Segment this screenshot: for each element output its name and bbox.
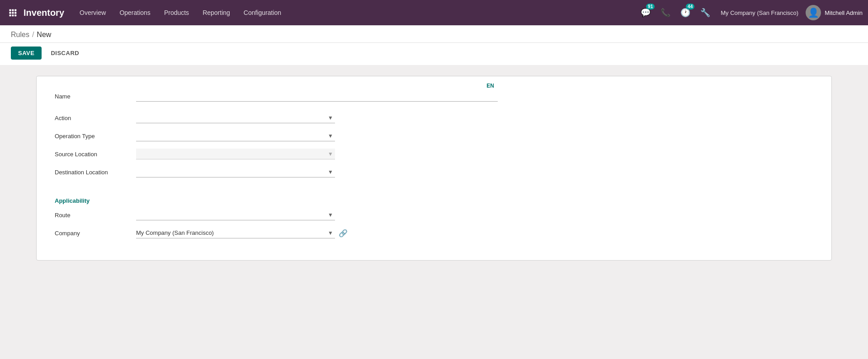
name-label: Name	[55, 93, 136, 100]
source-location-row: Source Location ▼	[55, 149, 813, 159]
navbar: Inventory Overview Operations Products R…	[0, 0, 868, 25]
route-row: Route ▼	[55, 210, 813, 220]
svg-rect-6	[9, 14, 11, 16]
activity-button[interactable]: 🕐 44	[677, 5, 693, 21]
action-row: Action ▼	[55, 112, 813, 123]
destination-location-row: Destination Location ▼	[55, 167, 813, 177]
name-row: Name EN	[55, 91, 813, 102]
applicability-section-header: Applicability	[55, 197, 813, 204]
operation-type-row: Operation Type ▼	[55, 131, 813, 141]
brand-name[interactable]: Inventory	[24, 8, 64, 18]
source-location-label: Source Location	[55, 151, 136, 158]
svg-rect-3	[9, 12, 11, 14]
user-menu[interactable]: 👤 Mitchell Admin	[806, 5, 863, 20]
avatar: 👤	[806, 5, 821, 20]
main-content: Name EN Action ▼ Operation Type	[0, 65, 868, 271]
username: Mitchell Admin	[825, 9, 863, 16]
destination-location-label: Destination Location	[55, 169, 136, 176]
svg-rect-8	[14, 14, 16, 16]
company-field-wrap: My Company (San Francisco) ▼ 🔗	[136, 228, 348, 238]
breadcrumb-area: Rules / New	[0, 25, 868, 43]
nav-reporting[interactable]: Reporting	[196, 5, 236, 20]
svg-rect-7	[12, 14, 14, 16]
save-button[interactable]: SAVE	[11, 47, 42, 60]
operation-type-select[interactable]	[136, 131, 335, 141]
navbar-menu: Overview Operations Products Reporting C…	[73, 5, 636, 20]
action-select-wrap: ▼	[136, 112, 335, 123]
breadcrumb-separator: /	[32, 31, 34, 39]
route-select-wrap: ▼	[136, 210, 335, 220]
operation-type-label: Operation Type	[55, 133, 136, 140]
name-section: Name EN	[55, 91, 813, 102]
name-input[interactable]	[136, 91, 498, 102]
nav-products[interactable]: Products	[158, 5, 195, 20]
activity-badge: 44	[686, 4, 694, 9]
navbar-actions: 💬 91 📞 🕐 44 🔧 My Company (San Francisco)…	[637, 5, 863, 21]
svg-rect-1	[12, 9, 14, 11]
route-label: Route	[55, 212, 136, 219]
source-location-input[interactable]	[136, 149, 335, 159]
phone-button[interactable]: 📞	[657, 5, 674, 21]
breadcrumb: Rules / New	[11, 31, 857, 39]
action-bar: SAVE DISCARD	[0, 43, 868, 65]
messages-button[interactable]: 💬 91	[637, 5, 654, 21]
name-input-wrap: EN	[136, 91, 498, 102]
breadcrumb-parent[interactable]: Rules	[11, 31, 29, 39]
phone-icon: 📞	[660, 8, 670, 18]
nav-configuration[interactable]: Configuration	[237, 5, 288, 20]
breadcrumb-current: New	[37, 31, 51, 39]
destination-location-select[interactable]	[136, 167, 335, 177]
settings-button[interactable]: 🔧	[697, 5, 713, 21]
lang-badge: EN	[486, 83, 494, 89]
company-name: My Company (San Francisco)	[721, 9, 798, 16]
nav-operations[interactable]: Operations	[113, 5, 156, 20]
company-label: Company	[55, 230, 136, 237]
svg-rect-5	[14, 12, 16, 14]
action-select[interactable]	[136, 112, 335, 123]
source-location-wrap: ▼	[136, 149, 335, 159]
destination-location-select-wrap: ▼	[136, 167, 335, 177]
svg-rect-4	[12, 12, 14, 14]
form-card: Name EN Action ▼ Operation Type	[36, 76, 832, 261]
company-select-wrap: My Company (San Francisco) ▼	[136, 228, 335, 238]
wrench-icon: 🔧	[700, 8, 710, 18]
svg-rect-2	[14, 9, 16, 11]
messages-badge: 91	[646, 4, 655, 9]
company-external-link-icon[interactable]: 🔗	[339, 229, 348, 238]
route-select[interactable]	[136, 210, 335, 220]
company-row: Company My Company (San Francisco) ▼ 🔗	[55, 228, 813, 238]
operation-type-select-wrap: ▼	[136, 131, 335, 141]
nav-overview[interactable]: Overview	[73, 5, 112, 20]
apps-icon[interactable]	[5, 5, 20, 20]
company-select[interactable]: My Company (San Francisco)	[136, 228, 335, 238]
svg-rect-0	[9, 9, 11, 11]
action-label: Action	[55, 115, 136, 121]
discard-button[interactable]: DISCARD	[45, 47, 85, 60]
